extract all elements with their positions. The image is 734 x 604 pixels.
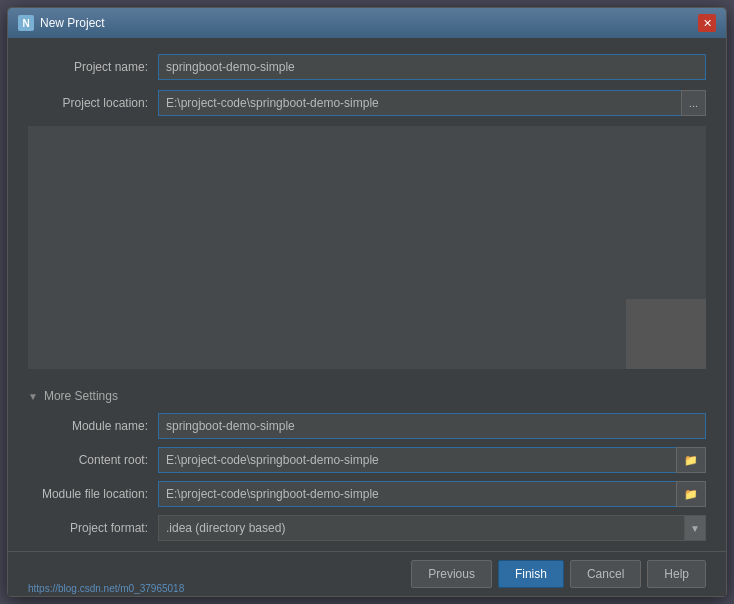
more-settings-section: ▼ More Settings Module name: Content roo… bbox=[28, 389, 706, 541]
dialog-content: Project name: Project location: ... ▼ Mo… bbox=[8, 38, 726, 551]
module-name-label: Module name: bbox=[28, 419, 148, 433]
help-button[interactable]: Help bbox=[647, 560, 706, 588]
cancel-button[interactable]: Cancel bbox=[570, 560, 641, 588]
module-file-location-browse-button[interactable]: 📁 bbox=[676, 481, 706, 507]
module-file-location-input[interactable] bbox=[158, 481, 676, 507]
project-location-input[interactable] bbox=[158, 90, 681, 116]
finish-button[interactable]: Finish bbox=[498, 560, 564, 588]
new-project-dialog: N New Project ✕ Project name: Project lo… bbox=[7, 7, 727, 597]
module-file-location-label: Module file location: bbox=[28, 487, 148, 501]
project-format-select-wrapper: .idea (directory based) ▼ bbox=[158, 515, 706, 541]
project-name-row: Project name: bbox=[28, 54, 706, 80]
project-location-browse-button[interactable]: ... bbox=[681, 90, 706, 116]
footer-link[interactable]: https://blog.csdn.net/m0_37965018 bbox=[28, 583, 184, 594]
module-file-location-input-group: 📁 bbox=[158, 481, 706, 507]
project-format-select[interactable]: .idea (directory based) bbox=[158, 515, 706, 541]
window-title: New Project bbox=[40, 16, 105, 30]
more-settings-body: Module name: Content root: 📁 Module file… bbox=[28, 413, 706, 541]
project-format-label: Project format: bbox=[28, 521, 148, 535]
content-root-label: Content root: bbox=[28, 453, 148, 467]
more-settings-label: More Settings bbox=[44, 389, 118, 403]
dialog-footer: https://blog.csdn.net/m0_37965018 Previo… bbox=[8, 551, 726, 596]
project-location-input-group: ... bbox=[158, 90, 706, 116]
more-settings-header[interactable]: ▼ More Settings bbox=[28, 389, 706, 403]
module-name-input[interactable] bbox=[158, 413, 706, 439]
window-icon: N bbox=[18, 15, 34, 31]
close-button[interactable]: ✕ bbox=[698, 14, 716, 32]
content-root-input-group: 📁 bbox=[158, 447, 706, 473]
content-root-input[interactable] bbox=[158, 447, 676, 473]
previous-button[interactable]: Previous bbox=[411, 560, 492, 588]
content-root-browse-button[interactable]: 📁 bbox=[676, 447, 706, 473]
content-root-row: Content root: 📁 bbox=[28, 447, 706, 473]
project-location-label: Project location: bbox=[28, 96, 148, 110]
title-bar: N New Project ✕ bbox=[8, 8, 726, 38]
project-format-row: Project format: .idea (directory based) … bbox=[28, 515, 706, 541]
module-name-row: Module name: bbox=[28, 413, 706, 439]
more-settings-triangle: ▼ bbox=[28, 391, 38, 402]
project-location-row: Project location: ... bbox=[28, 90, 706, 116]
project-name-input[interactable] bbox=[158, 54, 706, 80]
module-file-location-row: Module file location: 📁 bbox=[28, 481, 706, 507]
spacer-area bbox=[28, 126, 706, 369]
spacer-inner bbox=[626, 299, 706, 369]
title-bar-left: N New Project bbox=[18, 15, 105, 31]
project-name-label: Project name: bbox=[28, 60, 148, 74]
